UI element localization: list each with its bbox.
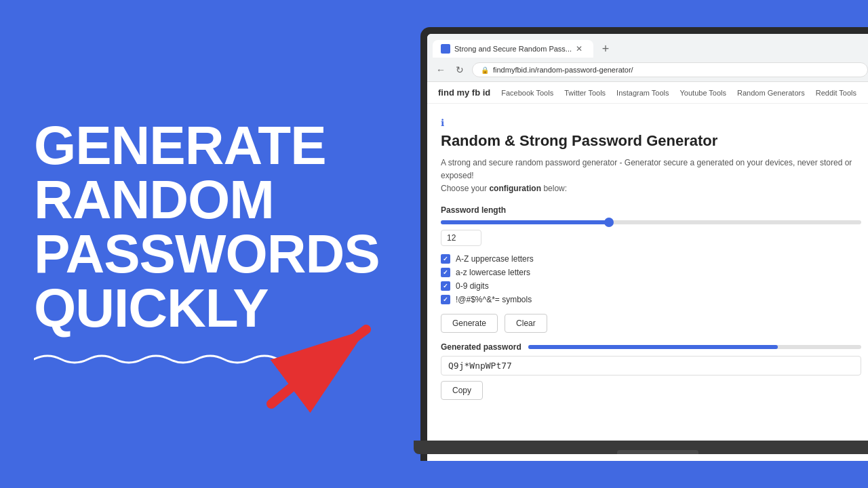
symbols-option[interactable]: !@#$%^&*= symbols: [441, 295, 861, 304]
content-area: ℹ Random & Strong Password Generator A s…: [427, 104, 868, 461]
laptop-notch: [617, 450, 698, 454]
slider-fill: [441, 220, 609, 224]
nav-facebook-tools[interactable]: Facebook Tools: [501, 89, 553, 97]
desc-text1: A strong and secure random password gene…: [441, 158, 852, 180]
url-bar[interactable]: 🔒 findmyfbid.in/random-password-generato…: [472, 62, 868, 77]
headline-line1: GENERATE: [34, 119, 400, 173]
page-title: Random & Strong Password Generator: [441, 132, 861, 150]
strength-fill: [528, 345, 778, 349]
tab-close-button[interactable]: ✕: [576, 44, 585, 54]
slider-track: [441, 220, 861, 224]
strength-bar: [528, 345, 861, 349]
laptop-screen: Strong and Secure Random Pass... ✕ + ← ↻…: [427, 34, 868, 461]
info-icon: ℹ: [441, 117, 861, 128]
length-input[interactable]: [441, 230, 481, 246]
digits-checkbox[interactable]: [441, 281, 450, 291]
lowercase-option[interactable]: a-z lowercase letters: [441, 268, 861, 277]
generated-password-label: Generated password: [441, 342, 521, 352]
address-bar: ← ↻ 🔒 findmyfbid.in/random-password-gene…: [427, 58, 868, 81]
nav-twitter-tools[interactable]: Twitter Tools: [564, 89, 606, 97]
slider-thumb[interactable]: [604, 218, 614, 227]
password-length-label: Password length: [441, 205, 861, 215]
lowercase-checkbox[interactable]: [441, 268, 450, 277]
tab-bar: Strong and Secure Random Pass... ✕ +: [427, 34, 868, 58]
digits-label: 0-9 digits: [456, 281, 489, 291]
site-nav: find my fb id Facebook Tools Twitter Too…: [427, 82, 868, 104]
right-panel: Strong and Secure Random Pass... ✕ + ← ↻…: [407, 0, 868, 488]
headline-line2: RANDOM: [34, 173, 400, 227]
desc-text2: Choose your: [441, 184, 489, 193]
generated-password-input[interactable]: [441, 356, 861, 375]
red-arrow: [258, 302, 414, 420]
uppercase-option[interactable]: A-Z uppercase letters: [441, 254, 861, 264]
clear-button[interactable]: Clear: [505, 314, 547, 333]
tab-title: Strong and Secure Random Pass...: [454, 45, 572, 53]
url-text: findmyfbid.in/random-password-generator/: [493, 66, 633, 74]
browser-chrome: Strong and Secure Random Pass... ✕ + ← ↻…: [427, 34, 868, 82]
digits-option[interactable]: 0-9 digits: [441, 281, 861, 291]
page-description: A strong and secure random password gene…: [441, 157, 861, 196]
site-logo[interactable]: find my fb id: [438, 87, 490, 98]
generated-label-row: Generated password: [441, 342, 861, 352]
refresh-button[interactable]: ↻: [453, 63, 467, 77]
lowercase-label: a-z lowercase letters: [456, 268, 530, 277]
nav-random-generators[interactable]: Random Generators: [737, 89, 805, 97]
generate-button[interactable]: Generate: [441, 314, 498, 333]
active-tab[interactable]: Strong and Secure Random Pass... ✕: [433, 40, 593, 58]
tab-favicon: [441, 44, 450, 54]
desc-bold: configuration: [489, 184, 541, 193]
nav-youtube-tools[interactable]: Youtube Tools: [680, 89, 727, 97]
laptop-outer: Strong and Secure Random Pass... ✕ + ← ↻…: [420, 27, 868, 461]
desc-text3: below:: [541, 184, 567, 193]
generated-section: Generated password Copy: [441, 342, 861, 400]
password-length-slider[interactable]: [441, 220, 861, 224]
symbols-label: !@#$%^&*= symbols: [456, 295, 532, 304]
laptop-base: [414, 441, 868, 454]
copy-button[interactable]: Copy: [441, 381, 483, 400]
symbols-checkbox[interactable]: [441, 295, 450, 304]
new-tab-button[interactable]: +: [596, 39, 615, 58]
nav-reddit-tools[interactable]: Reddit Tools: [816, 89, 856, 97]
uppercase-checkbox[interactable]: [441, 254, 450, 264]
uppercase-label: A-Z uppercase letters: [456, 254, 534, 264]
back-button[interactable]: ←: [434, 63, 448, 77]
headline-line3: PASSWORDS: [34, 227, 400, 281]
options-group: A-Z uppercase letters a-z lowercase lett…: [441, 254, 861, 304]
nav-instagram-tools[interactable]: Instagram Tools: [616, 89, 669, 97]
lock-icon: 🔒: [481, 66, 489, 74]
action-buttons: Generate Clear: [441, 314, 861, 333]
